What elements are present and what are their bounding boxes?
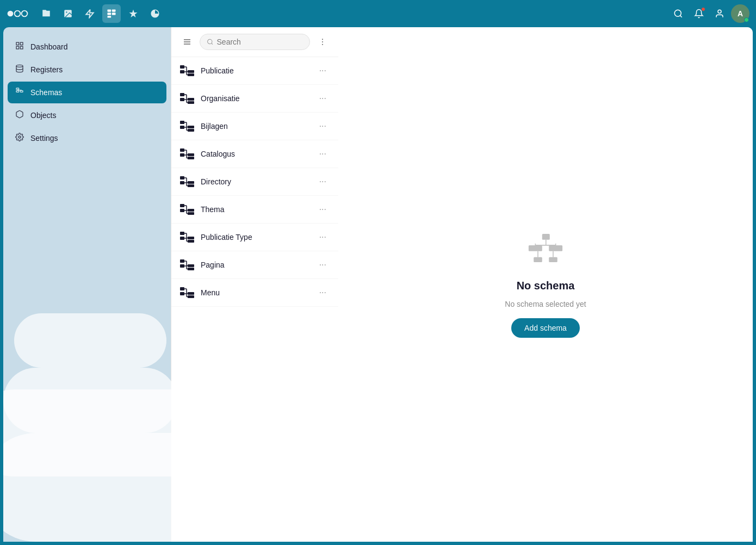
schema-item-more-button[interactable]: ···	[316, 230, 330, 244]
sidebar-item-label-dashboard: Dashboard	[30, 42, 68, 51]
schema-item-name: Thema	[201, 205, 311, 214]
schema-list-item[interactable]: Publicatie ···	[171, 57, 338, 85]
schema-item-more-button[interactable]: ···	[316, 258, 330, 272]
svg-rect-51	[188, 126, 194, 128]
schema-items-list: Publicatie ··· Organisatie ···	[171, 57, 338, 542]
svg-rect-115	[534, 257, 542, 262]
schema-list-item[interactable]: Publicatie Type ···	[171, 224, 338, 251]
schema-item-icon	[180, 65, 195, 77]
sidebar-item-label-schemas: Schemas	[30, 88, 62, 97]
app-openregister[interactable]	[102, 4, 121, 23]
svg-point-30	[322, 44, 323, 45]
svg-rect-106	[188, 295, 194, 298]
schema-item-icon	[180, 176, 195, 188]
schema-item-name: Catalogus	[201, 150, 311, 158]
schema-list-item[interactable]: Bijlagen ···	[171, 113, 338, 140]
svg-rect-76	[180, 204, 184, 207]
svg-rect-50	[180, 126, 184, 129]
schema-list-item[interactable]: Catalogus ···	[171, 140, 338, 168]
schema-list-item[interactable]: Menu ···	[171, 279, 338, 307]
svg-rect-68	[180, 181, 184, 184]
svg-rect-97	[188, 268, 194, 270]
svg-rect-32	[180, 70, 184, 73]
schema-item-name: Directory	[201, 177, 311, 186]
schema-item-icon	[180, 203, 195, 215]
sidebar-item-schemas[interactable]: Schemas	[8, 82, 166, 103]
svg-rect-61	[188, 157, 194, 159]
svg-rect-13	[20, 42, 23, 45]
svg-rect-105	[188, 292, 194, 295]
schema-item-icon	[180, 92, 195, 104]
svg-rect-34	[188, 73, 194, 76]
schema-item-more-button[interactable]: ···	[316, 64, 330, 78]
no-schema-title: No schema	[517, 280, 575, 292]
app-integration[interactable]	[124, 4, 142, 23]
app-photos[interactable]	[59, 4, 77, 23]
schema-list-more-button[interactable]	[314, 34, 331, 50]
schema-list-item[interactable]: Pagina ···	[171, 251, 338, 279]
schema-list-item[interactable]: Directory ···	[171, 168, 338, 196]
search-icon-topbar[interactable]	[669, 4, 687, 23]
sidebar-item-objects[interactable]: Objects	[8, 104, 166, 126]
sidebar-item-label-registers: Registers	[30, 65, 63, 74]
svg-rect-8	[112, 10, 116, 12]
svg-rect-103	[180, 287, 184, 290]
search-box[interactable]	[200, 34, 310, 50]
schema-item-more-button[interactable]: ···	[316, 175, 330, 189]
sidebar-item-registers[interactable]: Registers	[8, 59, 166, 80]
schema-item-name: Publicatie Type	[201, 233, 311, 241]
schema-item-name: Pagina	[201, 261, 311, 269]
svg-point-27	[208, 39, 212, 44]
svg-rect-58	[180, 148, 184, 152]
sidebar-item-settings[interactable]: Settings	[8, 127, 166, 149]
svg-rect-33	[188, 70, 194, 73]
svg-rect-5	[108, 10, 111, 12]
svg-rect-87	[188, 237, 194, 239]
add-schema-button[interactable]: Add schema	[511, 318, 580, 338]
svg-rect-18	[16, 91, 19, 92]
schema-item-more-button[interactable]: ···	[316, 202, 330, 216]
svg-rect-15	[16, 46, 19, 49]
schema-item-name: Bijlagen	[201, 122, 311, 131]
main-wrapper: Dashboard Registers Schemas Objects Sett…	[3, 27, 753, 542]
svg-rect-95	[180, 264, 184, 268]
svg-rect-94	[180, 259, 184, 263]
contacts-icon[interactable]	[710, 4, 729, 23]
sidebar-item-dashboard[interactable]: Dashboard	[8, 36, 166, 58]
app-analytics[interactable]	[146, 4, 164, 23]
schema-item-icon	[180, 120, 195, 132]
svg-rect-7	[108, 16, 111, 17]
app-logo[interactable]	[7, 7, 28, 21]
app-activity[interactable]	[80, 4, 99, 23]
svg-rect-42	[188, 98, 194, 101]
no-schema-subtitle: No schema selected yet	[505, 300, 586, 308]
svg-rect-113	[529, 245, 542, 251]
svg-rect-17	[16, 88, 19, 90]
schema-item-more-button[interactable]: ···	[316, 91, 330, 106]
svg-rect-49	[180, 121, 184, 124]
schema-item-more-button[interactable]: ···	[316, 147, 330, 161]
svg-rect-112	[542, 233, 550, 239]
svg-rect-14	[20, 46, 23, 49]
svg-point-2	[22, 11, 28, 17]
schema-list-item[interactable]: Organisatie ···	[171, 85, 338, 113]
dashboard-icon	[15, 41, 24, 52]
collapse-button[interactable]	[179, 34, 195, 50]
app-files[interactable]	[37, 4, 55, 23]
svg-point-28	[322, 39, 323, 40]
search-input[interactable]	[217, 38, 303, 46]
user-avatar[interactable]: A	[731, 4, 749, 23]
topbar: A	[0, 0, 756, 27]
schemas-icon	[15, 87, 24, 98]
notifications-icon[interactable]	[690, 4, 708, 23]
objects-icon	[15, 110, 24, 121]
schema-item-more-button[interactable]: ···	[316, 119, 330, 133]
svg-rect-96	[188, 264, 194, 267]
svg-rect-78	[188, 209, 194, 212]
schema-list-item[interactable]: Thema ···	[171, 196, 338, 224]
svg-rect-86	[180, 237, 184, 240]
search-icon	[207, 38, 214, 46]
schema-item-more-button[interactable]: ···	[316, 286, 330, 300]
svg-point-29	[322, 41, 323, 42]
schema-item-name: Publicatie	[201, 66, 311, 75]
